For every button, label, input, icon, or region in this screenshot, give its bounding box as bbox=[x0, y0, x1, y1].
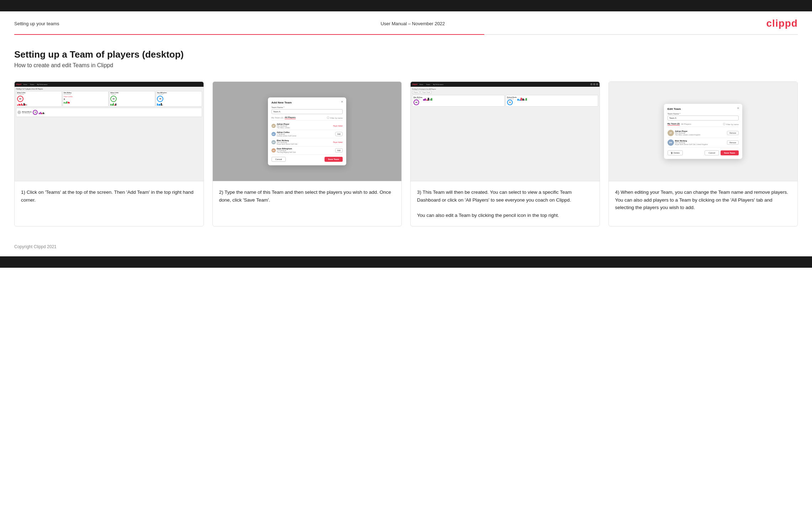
page-title: Setting up a Team of players (desktop) bbox=[14, 49, 798, 60]
mock-nav-perf: My Performance bbox=[36, 84, 48, 85]
modal-4-title: Edit Team bbox=[668, 107, 739, 111]
modal-2-tab-filter: Filter by name bbox=[327, 117, 342, 119]
modal-2-player-row-2: AC Adrian Coliba 1 Handicap Central Lond… bbox=[271, 130, 343, 138]
modal-4-tab-myteam[interactable]: My Team (2) bbox=[668, 123, 680, 126]
modal-2-player-row-1: AP Adrian Player Plus Handicap The Shire… bbox=[271, 122, 343, 130]
modal-2-tabs: My Team (2) All Players Filter by name bbox=[271, 116, 343, 121]
modal-2-cancel-button[interactable]: Cancel bbox=[271, 157, 286, 162]
header-center-text: User Manual – November 2022 bbox=[381, 21, 445, 26]
mock-nav-1: clippd Home Teams My Performance bbox=[15, 82, 204, 87]
card-4-text: 4) When editing your Team, you can chang… bbox=[609, 181, 798, 226]
modal-2-player-list: AP Adrian Player Plus Handicap The Shire… bbox=[271, 122, 343, 155]
card-1-mock-app: clippd Home Teams My Performance Finding… bbox=[15, 82, 204, 181]
modal-2-add-btn-3[interactable]: Add bbox=[335, 148, 343, 153]
modal-2-avatar-2: BM bbox=[271, 140, 276, 144]
modal-4-footer: 🗑 Delete Cancel Save Team bbox=[668, 150, 739, 155]
mock-nav-home: Home bbox=[23, 84, 28, 85]
modal-4-tabs: My Team (2) All Players Filter by name bbox=[668, 123, 739, 127]
modal-4-team-name-input[interactable]: Team A bbox=[668, 116, 739, 121]
modal-2-player-row-4: DB Dave Billingham 1.5 Handicap The Dog … bbox=[271, 146, 343, 155]
modal-4-player-list: AP Adrian Player Plus Handicap The Shire… bbox=[668, 128, 739, 148]
card-4-modal-wrap: Edit Team ✕ Team Name * Team A My Team (… bbox=[609, 82, 798, 181]
top-bar bbox=[0, 0, 812, 11]
modal-4-remove-2-button[interactable]: Remove bbox=[727, 140, 739, 145]
mock-section-title-1: Finding 4 of 4 players from All Players bbox=[16, 88, 202, 90]
mock-bottom-player: Richard Burke Plus Handicap 72 bbox=[16, 108, 202, 117]
modal-4-close-icon[interactable]: ✕ bbox=[737, 107, 739, 110]
modal-2-close-icon[interactable]: ✕ bbox=[341, 100, 343, 103]
player-4-1-avatar: AP bbox=[668, 130, 674, 136]
modal-2-team-name-label: Team Name * bbox=[271, 106, 343, 108]
c3-card-richard: Richard Burke Plus Handicap 72 bbox=[506, 95, 598, 107]
mock-nav-teams: Teams bbox=[29, 84, 35, 85]
card-4-screenshot: Edit Team ✕ Team Name * Team A My Team (… bbox=[609, 82, 798, 181]
card-1-text: 1) Click on 'Teams' at the top of the sc… bbox=[15, 181, 204, 226]
c3-player-cards: Blair McHarg Plus Handicap 94 bbox=[412, 95, 598, 107]
modal-2-add-btn-1[interactable]: Add bbox=[335, 132, 343, 136]
bottom-bar bbox=[0, 256, 812, 268]
card-2-text: 2) Type the name of this Team and then s… bbox=[213, 181, 402, 226]
card-2-modal-wrap: Add New Team ✕ Team Name * Team A My Tea… bbox=[213, 82, 402, 181]
modal-2-avatar-0: AP bbox=[271, 124, 276, 128]
modal-4-team-name-label: Team Name * bbox=[668, 113, 739, 115]
cards-grid: clippd Home Teams My Performance Finding… bbox=[14, 81, 798, 226]
page-subtitle: How to create and edit Teams in Clippd bbox=[14, 62, 798, 69]
modal-2-title: Add New Team bbox=[271, 101, 343, 104]
modal-2-save-button[interactable]: Save Team bbox=[325, 157, 343, 162]
card-1-screenshot: clippd Home Teams My Performance Finding… bbox=[15, 82, 204, 181]
card-2-screenshot: Add New Team ✕ Team Name * Team A My Tea… bbox=[213, 82, 402, 181]
modal-4-cancel-button[interactable]: Cancel bbox=[705, 150, 719, 155]
modal-2-avatar-1: AC bbox=[271, 132, 276, 136]
card-3-screenshot: clippd Home Teams My Performance Finding… bbox=[411, 82, 600, 181]
copyright-text: Copyright Clippd 2021 bbox=[14, 244, 57, 249]
mock-nav-3-perf: My Performance bbox=[432, 84, 444, 85]
main-content: Setting up a Team of players (desktop) H… bbox=[0, 35, 812, 237]
c3-card-blair: Blair McHarg Plus Handicap 94 bbox=[412, 95, 505, 107]
mock-players-grid: Adrian Collins Plus Handicap 84 bbox=[16, 91, 202, 107]
modal-2-footer: Cancel Save Team bbox=[271, 157, 343, 162]
modal-4-player-row-1: AP Adrian Player Plus Handicap The Shire… bbox=[668, 128, 739, 138]
mock-logo-3: clippd bbox=[412, 83, 417, 85]
mock-content-1: Finding 4 of 4 players from All Players … bbox=[15, 87, 204, 118]
mock-player-card-3: Adrian Coliba 1 Handicap 94 bbox=[109, 91, 155, 107]
mock-content-3: Finding 4 of 4 players from All Players … bbox=[411, 87, 600, 108]
mock-nav-3-home: Home bbox=[419, 84, 424, 85]
modal-2-tab-myteam[interactable]: My Team (2) bbox=[271, 117, 283, 119]
clippd-logo: clippd bbox=[766, 18, 798, 29]
modal-4-tab-filter: Filter by name bbox=[723, 123, 738, 126]
modal-4-remove-1-button[interactable]: Remove bbox=[727, 131, 739, 135]
mock-nav-3-teams: Teams bbox=[425, 84, 431, 85]
player-4-2-avatar: BM bbox=[668, 139, 674, 146]
mock-player-card-1: Adrian Collins Plus Handicap 84 bbox=[16, 91, 62, 107]
card-3-mock-app: clippd Home Teams My Performance Finding… bbox=[411, 82, 600, 181]
mock-player-card-4: Dave Billingham 1.5 Handicap 78 bbox=[156, 91, 202, 107]
modal-4-player-row-2: BM Blair McHarg Plus Handicap Royal Nort… bbox=[668, 138, 739, 148]
modal-4-tab-allplayers[interactable]: All Players bbox=[681, 123, 691, 126]
modal-4-delete-button[interactable]: 🗑 Delete bbox=[668, 150, 683, 155]
card-2: Add New Team ✕ Team Name * Team A My Tea… bbox=[212, 81, 402, 226]
mock-player-card-2: Blair McHarg Plus Handicap Player Qualit… bbox=[63, 91, 109, 107]
card-1: clippd Home Teams My Performance Finding… bbox=[14, 81, 204, 226]
header-left-text: Setting up your teams bbox=[14, 21, 59, 26]
card-3-text: 3) This Team will then be created. You c… bbox=[411, 181, 600, 226]
modal-2-avatar-3: DB bbox=[271, 148, 276, 153]
modal-2-tab-allplayers[interactable]: All Players bbox=[285, 116, 296, 119]
edit-team-modal: Edit Team ✕ Team Name * Team A My Team (… bbox=[664, 104, 742, 159]
mock-logo-1: clippd bbox=[16, 83, 21, 85]
card-4: Edit Team ✕ Team Name * Team A My Team (… bbox=[608, 81, 798, 226]
footer: Copyright Clippd 2021 bbox=[0, 237, 812, 256]
add-new-team-modal: Add New Team ✕ Team Name * Team A My Tea… bbox=[268, 97, 346, 165]
modal-2-player-row-3: BM Blair McHarg Plus Handicap Royal Nort… bbox=[271, 138, 343, 146]
mock-nav-3: clippd Home Teams My Performance bbox=[411, 82, 600, 87]
modal-4-save-button[interactable]: Save Team bbox=[721, 150, 739, 155]
card-3: clippd Home Teams My Performance Finding… bbox=[410, 81, 600, 226]
modal-2-team-name-input[interactable]: Team A bbox=[271, 109, 343, 114]
header: Setting up your teams User Manual – Nove… bbox=[0, 11, 812, 34]
